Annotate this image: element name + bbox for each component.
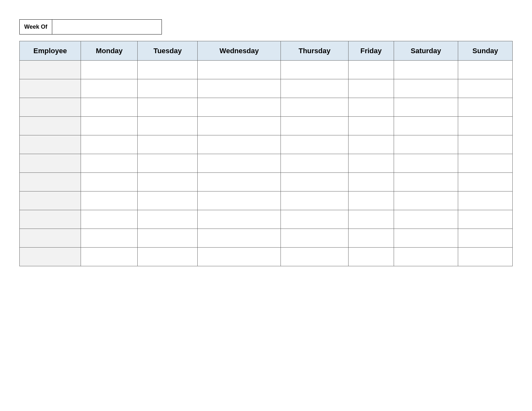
- schedule-cell[interactable]: [348, 248, 394, 266]
- schedule-cell[interactable]: [458, 191, 513, 210]
- schedule-cell[interactable]: [281, 210, 349, 229]
- schedule-cell[interactable]: [348, 210, 394, 229]
- schedule-cell[interactable]: [138, 117, 198, 135]
- schedule-cell[interactable]: [281, 135, 349, 154]
- employee-cell[interactable]: [20, 98, 81, 117]
- schedule-cell[interactable]: [458, 248, 513, 266]
- schedule-cell[interactable]: [458, 173, 513, 191]
- schedule-cell[interactable]: [281, 117, 349, 135]
- schedule-cell[interactable]: [394, 79, 458, 98]
- employee-cell[interactable]: [20, 173, 81, 191]
- table-row: [20, 98, 513, 117]
- employee-cell[interactable]: [20, 154, 81, 173]
- schedule-cell[interactable]: [81, 61, 138, 79]
- schedule-cell[interactable]: [348, 79, 394, 98]
- table-row: [20, 210, 513, 229]
- schedule-cell[interactable]: [348, 135, 394, 154]
- schedule-cell[interactable]: [394, 173, 458, 191]
- table-row: [20, 248, 513, 266]
- schedule-cell[interactable]: [81, 98, 138, 117]
- schedule-cell[interactable]: [348, 154, 394, 173]
- schedule-cell[interactable]: [138, 98, 198, 117]
- schedule-cell[interactable]: [394, 117, 458, 135]
- schedule-cell[interactable]: [458, 61, 513, 79]
- header-friday: Friday: [348, 41, 394, 61]
- employee-cell[interactable]: [20, 210, 81, 229]
- schedule-cell[interactable]: [81, 210, 138, 229]
- schedule-cell[interactable]: [138, 191, 198, 210]
- schedule-cell[interactable]: [394, 135, 458, 154]
- schedule-cell[interactable]: [348, 191, 394, 210]
- schedule-cell[interactable]: [394, 229, 458, 248]
- schedule-cell[interactable]: [81, 248, 138, 266]
- schedule-cell[interactable]: [198, 229, 281, 248]
- week-of-input[interactable]: [52, 19, 162, 34]
- schedule-cell[interactable]: [138, 154, 198, 173]
- schedule-cell[interactable]: [394, 248, 458, 266]
- schedule-cell[interactable]: [281, 173, 349, 191]
- schedule-cell[interactable]: [394, 191, 458, 210]
- schedule-cell[interactable]: [138, 248, 198, 266]
- schedule-cell[interactable]: [198, 61, 281, 79]
- week-of-label: Week Of: [19, 19, 52, 34]
- schedule-cell[interactable]: [198, 173, 281, 191]
- schedule-cell[interactable]: [81, 135, 138, 154]
- employee-cell[interactable]: [20, 61, 81, 79]
- schedule-cell[interactable]: [394, 98, 458, 117]
- schedule-cell[interactable]: [281, 61, 349, 79]
- schedule-cell[interactable]: [348, 98, 394, 117]
- schedule-cell[interactable]: [394, 154, 458, 173]
- schedule-cell[interactable]: [198, 135, 281, 154]
- schedule-cell[interactable]: [81, 191, 138, 210]
- employee-cell[interactable]: [20, 117, 81, 135]
- schedule-cell[interactable]: [281, 79, 349, 98]
- schedule-cell[interactable]: [81, 117, 138, 135]
- schedule-cell[interactable]: [198, 248, 281, 266]
- schedule-cell[interactable]: [81, 173, 138, 191]
- schedule-cell[interactable]: [138, 61, 198, 79]
- schedule-cell[interactable]: [138, 173, 198, 191]
- schedule-cell[interactable]: [394, 210, 458, 229]
- schedule-cell[interactable]: [81, 154, 138, 173]
- header-wednesday: Wednesday: [198, 41, 281, 61]
- schedule-cell[interactable]: [458, 154, 513, 173]
- schedule-cell[interactable]: [281, 229, 349, 248]
- schedule-cell[interactable]: [348, 117, 394, 135]
- schedule-cell[interactable]: [458, 117, 513, 135]
- schedule-cell[interactable]: [348, 173, 394, 191]
- schedule-table: Employee Monday Tuesday Wednesday Thursd…: [19, 41, 513, 266]
- schedule-cell[interactable]: [348, 61, 394, 79]
- employee-cell[interactable]: [20, 79, 81, 98]
- schedule-cell[interactable]: [281, 248, 349, 266]
- employee-cell[interactable]: [20, 191, 81, 210]
- employee-cell[interactable]: [20, 248, 81, 266]
- schedule-cell[interactable]: [198, 154, 281, 173]
- schedule-cell[interactable]: [458, 79, 513, 98]
- schedule-cell[interactable]: [458, 135, 513, 154]
- schedule-cell[interactable]: [138, 210, 198, 229]
- employee-cell[interactable]: [20, 135, 81, 154]
- schedule-cell[interactable]: [348, 229, 394, 248]
- header-row: Employee Monday Tuesday Wednesday Thursd…: [20, 41, 513, 61]
- schedule-cell[interactable]: [138, 229, 198, 248]
- table-row: [20, 61, 513, 79]
- schedule-cell[interactable]: [198, 210, 281, 229]
- schedule-cell[interactable]: [198, 117, 281, 135]
- schedule-cell[interactable]: [458, 98, 513, 117]
- schedule-cell[interactable]: [138, 79, 198, 98]
- schedule-cell[interactable]: [281, 154, 349, 173]
- schedule-cell[interactable]: [458, 229, 513, 248]
- schedule-cell[interactable]: [198, 98, 281, 117]
- table-body: [20, 61, 513, 266]
- schedule-cell[interactable]: [394, 61, 458, 79]
- header-sunday: Sunday: [458, 41, 513, 61]
- schedule-cell[interactable]: [458, 210, 513, 229]
- schedule-cell[interactable]: [281, 98, 349, 117]
- schedule-cell[interactable]: [281, 191, 349, 210]
- employee-cell[interactable]: [20, 229, 81, 248]
- schedule-cell[interactable]: [81, 229, 138, 248]
- schedule-cell[interactable]: [198, 191, 281, 210]
- schedule-cell[interactable]: [81, 79, 138, 98]
- schedule-cell[interactable]: [138, 135, 198, 154]
- schedule-cell[interactable]: [198, 79, 281, 98]
